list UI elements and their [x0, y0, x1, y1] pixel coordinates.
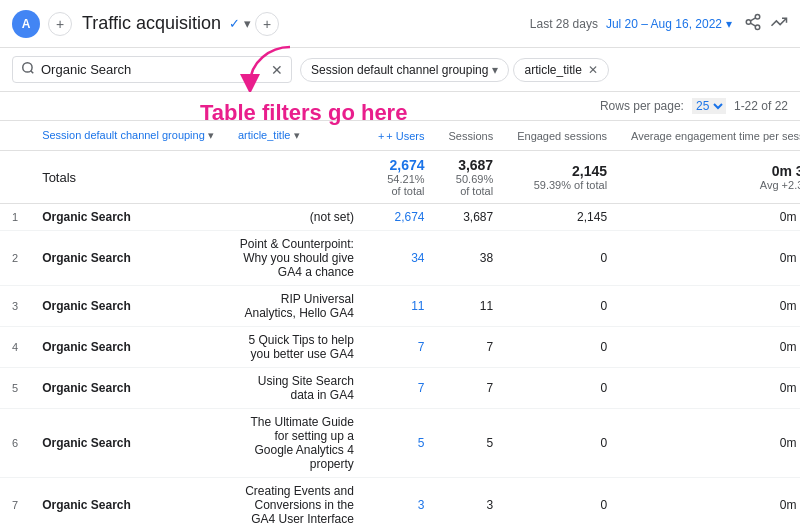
article-cell: Creating Events and Conversions in the G… — [226, 478, 366, 525]
pagination-info: 1-22 of 22 — [734, 99, 788, 113]
chip-dropdown-icon: ▾ — [492, 63, 498, 77]
filter-bar: ✕ Session default channel grouping ▾ art… — [0, 48, 800, 92]
row-number: 7 — [0, 478, 30, 525]
avg-time-cell: 0m 33s — [619, 286, 800, 327]
engaged-cell: 0 — [505, 231, 619, 286]
svg-point-5 — [23, 63, 32, 72]
calendar-dropdown-icon: ▾ — [726, 17, 732, 31]
table-row: 3 Organic Search RIP Universal Analytics… — [0, 286, 800, 327]
add-report-button[interactable]: + — [255, 12, 279, 36]
svg-point-2 — [755, 25, 760, 30]
users-cell: 3 — [366, 478, 437, 525]
channel-cell: Organic Search — [30, 368, 226, 409]
filter-chips: Session default channel grouping ▾ artic… — [300, 58, 609, 82]
search-icon — [21, 61, 35, 78]
engaged-cell: 0 — [505, 368, 619, 409]
col-header-avg-time[interactable]: Average engagement time per session — [619, 121, 800, 151]
title-dropdown-icon[interactable]: ▾ — [244, 16, 251, 31]
sessions-cell: 11 — [437, 286, 506, 327]
channel-cell: Organic Search — [30, 286, 226, 327]
avatar: A — [12, 10, 40, 38]
check-icon: ✓ — [229, 16, 240, 31]
trend-icon[interactable] — [770, 13, 788, 35]
article-cell: Using Site Search data in GA4 — [226, 368, 366, 409]
sessions-cell: 3,687 — [437, 204, 506, 231]
table-row: 6 Organic Search The Ultimate Guide for … — [0, 409, 800, 478]
rows-per-page-label: Rows per page: — [600, 99, 684, 113]
col-header-engaged-sessions[interactable]: Engaged sessions — [505, 121, 619, 151]
clear-search-icon[interactable]: ✕ — [271, 62, 283, 78]
avg-time-cell: 0m 16s — [619, 327, 800, 368]
channel-cell: Organic Search — [30, 409, 226, 478]
users-cell: 7 — [366, 368, 437, 409]
channel-cell: Organic Search — [30, 478, 226, 525]
users-cell: 34 — [366, 231, 437, 286]
table-row: 1 Organic Search (not set) 2,674 3,687 2… — [0, 204, 800, 231]
add-tab-button[interactable]: + — [48, 12, 72, 36]
channel-cell: Organic Search — [30, 204, 226, 231]
search-input[interactable] — [41, 62, 271, 77]
header: A + Traffic acquisition ✓ ▾ + Last 28 da… — [0, 0, 800, 48]
engaged-cell: 0 — [505, 478, 619, 525]
col-header-num — [0, 121, 30, 151]
table-row: 2 Organic Search Point & Counterpoint: W… — [0, 231, 800, 286]
row-number: 4 — [0, 327, 30, 368]
article-cell: The Ultimate Guide for setting up a Goog… — [226, 409, 366, 478]
svg-line-4 — [750, 17, 755, 20]
channel-cell: Organic Search — [30, 231, 226, 286]
avg-time-cell: 0m 11s — [619, 368, 800, 409]
sessions-cell: 3 — [437, 478, 506, 525]
row-number: 3 — [0, 286, 30, 327]
page-title: Traffic acquisition — [82, 13, 221, 34]
row-number: 5 — [0, 368, 30, 409]
article-cell: 5 Quick Tips to help you better use GA4 — [226, 327, 366, 368]
sessions-cell: 38 — [437, 231, 506, 286]
row-number: 6 — [0, 409, 30, 478]
sessions-cell: 7 — [437, 368, 506, 409]
article-filter-chip[interactable]: article_title ✕ — [513, 58, 608, 82]
engaged-cell: 0 — [505, 327, 619, 368]
search-box[interactable]: ✕ — [12, 56, 292, 83]
users-cell: 11 — [366, 286, 437, 327]
row-number: 1 — [0, 204, 30, 231]
engaged-cell: 2,145 — [505, 204, 619, 231]
data-table: Session default channel grouping ▾ artic… — [0, 121, 800, 524]
article-cell: RIP Universal Analytics, Hello GA4 — [226, 286, 366, 327]
sessions-cell: 7 — [437, 327, 506, 368]
share-icon[interactable] — [744, 13, 762, 35]
avg-time-cell: 0m 18s — [619, 409, 800, 478]
chip-close-icon[interactable]: ✕ — [588, 63, 598, 77]
avg-time-cell: 0m 12s — [619, 231, 800, 286]
col-header-channel[interactable]: Session default channel grouping ▾ — [30, 121, 226, 151]
date-range-selector[interactable]: Jul 20 – Aug 16, 2022 ▾ — [606, 17, 732, 31]
svg-line-6 — [31, 71, 34, 74]
filter-overlay: Table filters go here — [200, 100, 407, 126]
channel-cell: Organic Search — [30, 327, 226, 368]
table-row: 5 Organic Search Using Site Search data … — [0, 368, 800, 409]
plus-icon: + — [378, 130, 384, 142]
avg-time-cell: 0m 10s — [619, 478, 800, 525]
users-cell: 5 — [366, 409, 437, 478]
date-prefix: Last 28 days — [530, 17, 598, 31]
avg-time-cell: 0m 36s — [619, 204, 800, 231]
svg-line-3 — [750, 23, 755, 26]
table-row: 4 Organic Search 5 Quick Tips to help yo… — [0, 327, 800, 368]
article-cell: Point & Counterpoint: Why you should giv… — [226, 231, 366, 286]
row-number: 2 — [0, 231, 30, 286]
rows-per-page-select[interactable]: 25 10 50 — [692, 98, 726, 114]
table-wrapper: Rows per page: 25 10 50 1-22 of 22 Sessi… — [0, 92, 800, 524]
engaged-cell: 0 — [505, 409, 619, 478]
engaged-cell: 0 — [505, 286, 619, 327]
table-row: 7 Organic Search Creating Events and Con… — [0, 478, 800, 525]
channel-filter-chip[interactable]: Session default channel grouping ▾ — [300, 58, 509, 82]
col-header-sessions[interactable]: Sessions — [437, 121, 506, 151]
svg-point-1 — [746, 19, 751, 24]
sessions-cell: 5 — [437, 409, 506, 478]
users-cell: 7 — [366, 327, 437, 368]
article-cell: (not set) — [226, 204, 366, 231]
users-cell: 2,674 — [366, 204, 437, 231]
svg-point-0 — [755, 14, 760, 19]
totals-row: Totals 2,674 54.21% of total 3,687 50.69… — [0, 151, 800, 204]
